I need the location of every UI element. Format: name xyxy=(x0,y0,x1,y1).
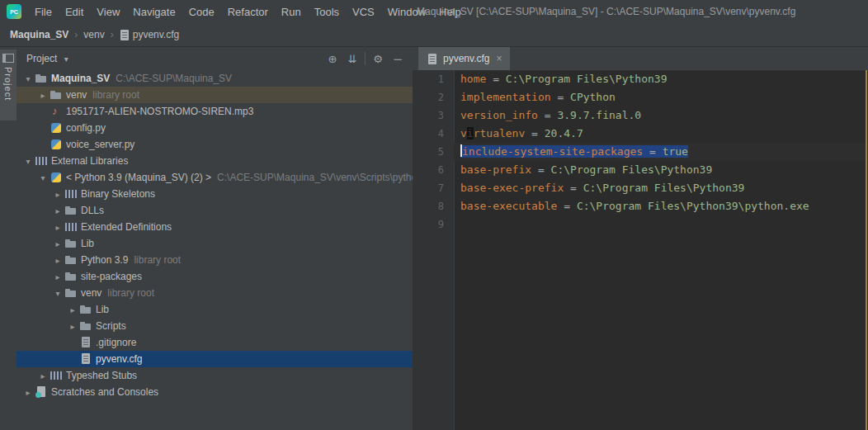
tree-row-pyvenv-cfg[interactable]: pyvenv.cfg xyxy=(17,351,413,367)
tree-row-venv[interactable]: ▸venvlibrary root xyxy=(17,87,413,103)
code-editor[interactable]: 1home = C:\Program Files\Python392implem… xyxy=(413,70,868,430)
tree-row-binary-skeletons[interactable]: ▸Binary Skeletons xyxy=(17,186,413,202)
project-view-dropdown[interactable]: Project ▾ xyxy=(26,53,68,64)
chevron-right-icon[interactable]: ▸ xyxy=(51,256,64,265)
editor-line-7[interactable]: 7base-exec-prefix = C:\Program Files\Pyt… xyxy=(413,179,868,197)
menu-file[interactable]: File xyxy=(28,6,59,18)
token-val: 20.4.7 xyxy=(545,127,583,139)
folder-icon xyxy=(64,253,78,267)
project-stripe-button[interactable]: Project xyxy=(0,50,17,120)
tree-row-maquina-sv[interactable]: ▾Maquina_SVC:\ACE-SUP\Maquina_SV xyxy=(17,70,413,87)
project-stripe-label: Project xyxy=(3,67,13,101)
locate-file-icon[interactable]: ⊕ xyxy=(323,53,342,65)
tree-row-voice-server-py[interactable]: voice_server.py xyxy=(17,136,413,153)
tree-label: Extended Definitions xyxy=(81,221,172,233)
tree-row-dlls[interactable]: ▸DLLs xyxy=(17,202,413,219)
tree-row-lib[interactable]: ▸Lib xyxy=(17,301,413,318)
tree-row-gitignore[interactable]: .gitignore xyxy=(17,334,413,351)
menu-tools[interactable]: Tools xyxy=(308,6,346,18)
token-key: home xyxy=(460,73,486,85)
tree-row-site-packages[interactable]: ▸site-packages xyxy=(17,268,413,285)
editor-line-4[interactable]: 4virtualenv = 20.4.7 xyxy=(413,125,868,143)
tree-row-scripts[interactable]: ▸Scripts xyxy=(17,318,413,334)
project-view-label: Project xyxy=(26,53,57,64)
breadcrumb-file[interactable]: pyvenv.cfg xyxy=(131,29,181,40)
tree-row-scratches-and-consoles[interactable]: ▸Scratches and Consoles xyxy=(17,384,413,400)
close-icon[interactable]: × xyxy=(496,53,502,64)
chevron-down-icon[interactable]: ▾ xyxy=(36,173,50,182)
chevron-right-icon[interactable]: ▸ xyxy=(51,223,64,232)
editor-tab-bar: pyvenv.cfg × xyxy=(413,47,868,71)
line-text: home = C:\Program Files\Python39 xyxy=(454,70,868,88)
tree-label: Lib xyxy=(81,238,94,249)
chevron-right-icon[interactable]: ▸ xyxy=(51,239,64,248)
editor-line-5[interactable]: 5include-system-site-packages = true xyxy=(413,143,868,161)
folder-icon xyxy=(64,286,78,300)
tree-row-1951717-alien-nostromo-siren-mp3[interactable]: 1951717-ALIEN-NOSTROMO-SIREN.mp3 xyxy=(17,103,413,120)
breadcrumb-project[interactable]: Maquina_SV xyxy=(8,29,70,40)
chevron-right-icon[interactable]: ▸ xyxy=(51,190,64,199)
line-number: 3 xyxy=(413,106,454,125)
menu-navigate[interactable]: Navigate xyxy=(126,6,182,18)
line-text: include-system-site-packages = true xyxy=(454,143,868,161)
tree-row-config-py[interactable]: config.py xyxy=(17,120,413,136)
chevron-right-icon[interactable]: ▸ xyxy=(66,305,79,314)
library-icon xyxy=(35,154,48,168)
breadcrumb-folder[interactable]: venv xyxy=(82,29,106,40)
tree-row-typeshed-stubs[interactable]: ▸Typeshed Stubs xyxy=(17,367,413,384)
token-val: C:\Program Files\Python39 xyxy=(551,163,713,176)
token-key: base-exec-prefix xyxy=(460,182,564,194)
folder-icon xyxy=(79,319,92,333)
chevron-right-icon[interactable]: ▸ xyxy=(36,91,50,100)
chevron-right-icon[interactable]: ▸ xyxy=(51,272,64,281)
menu-vcs[interactable]: VCS xyxy=(346,6,381,18)
line-number: 6 xyxy=(413,161,454,179)
tree-label: config.py xyxy=(66,122,106,134)
menu-refactor[interactable]: Refactor xyxy=(221,6,275,18)
python-file-icon xyxy=(50,121,63,135)
editor-line-8[interactable]: 8base-executable = C:\Program Files\Pyth… xyxy=(413,197,868,215)
editor-line-2[interactable]: 2implementation = CPython xyxy=(413,88,868,106)
chevron-down-icon[interactable]: ▾ xyxy=(21,74,35,83)
tree-row-lib[interactable]: ▸Lib xyxy=(17,235,413,252)
tree-row-extended-definitions[interactable]: ▸Extended Definitions xyxy=(17,219,413,235)
token-key: version_info xyxy=(460,109,538,121)
chevron-right-icon[interactable]: ▸ xyxy=(36,371,50,380)
editor-line-9[interactable]: 9 xyxy=(413,215,868,234)
tree-row-python-3-9-maquina-sv-2[interactable]: ▾< Python 3.9 (Maquina_SV) (2) >C:\ACE-S… xyxy=(17,169,413,186)
editor-line-3[interactable]: 3version_info = 3.9.7.final.0 xyxy=(413,106,868,125)
menu-code[interactable]: Code xyxy=(182,6,221,18)
gear-icon[interactable]: ⚙ xyxy=(368,53,388,65)
tree-label: venv xyxy=(81,287,101,299)
chevron-right-icon[interactable]: ▸ xyxy=(21,388,35,397)
hide-panel-icon[interactable]: ─ xyxy=(388,53,408,65)
tab-pyvenv-cfg[interactable]: pyvenv.cfg × xyxy=(418,47,510,70)
collapse-all-icon[interactable]: ⇊ xyxy=(342,53,362,65)
menu-view[interactable]: View xyxy=(90,6,126,18)
title-bar: PC FileEditViewNavigateCodeRefactorRunTo… xyxy=(0,0,868,23)
chevron-down-icon[interactable]: ▾ xyxy=(21,157,35,166)
tree-row-external-libraries[interactable]: ▾External Libraries xyxy=(17,153,413,169)
token-key: implementation xyxy=(460,91,551,103)
tree-label: Maquina_SV xyxy=(51,73,110,84)
line-number: 4 xyxy=(413,125,454,143)
tree-row-venv[interactable]: ▾venvlibrary root xyxy=(17,285,413,301)
pycharm-logo-icon: PC xyxy=(7,4,21,19)
tree-label: < Python 3.9 (Maquina_SV) (2) > xyxy=(66,172,211,183)
line-number: 5 xyxy=(413,143,454,161)
chevron-down-icon[interactable]: ▾ xyxy=(51,289,64,298)
project-panel-header: Project ▾ ⊕ ⇊ ⚙ ─ xyxy=(17,47,413,70)
toolbar-divider xyxy=(365,52,366,65)
editor-area[interactable]: pyvenv.cfg × 1home = C:\Program Files\Py… xyxy=(413,47,868,430)
scrollbar-stripe[interactable] xyxy=(866,70,867,430)
chevron-right-icon[interactable]: ▸ xyxy=(51,206,64,215)
menu-run[interactable]: Run xyxy=(275,6,308,18)
editor-line-1[interactable]: 1home = C:\Program Files\Python39 xyxy=(413,70,868,88)
editor-line-6[interactable]: 6base-prefix = C:\Program Files\Python39 xyxy=(413,161,868,179)
chevron-right-icon[interactable]: ▸ xyxy=(66,322,79,331)
token-eq: = xyxy=(564,182,583,194)
file-icon xyxy=(426,53,438,65)
tree-label: voice_server.py xyxy=(66,139,134,150)
menu-edit[interactable]: Edit xyxy=(59,6,90,18)
tree-row-python-3-9[interactable]: ▸Python 3.9library root xyxy=(17,252,413,268)
